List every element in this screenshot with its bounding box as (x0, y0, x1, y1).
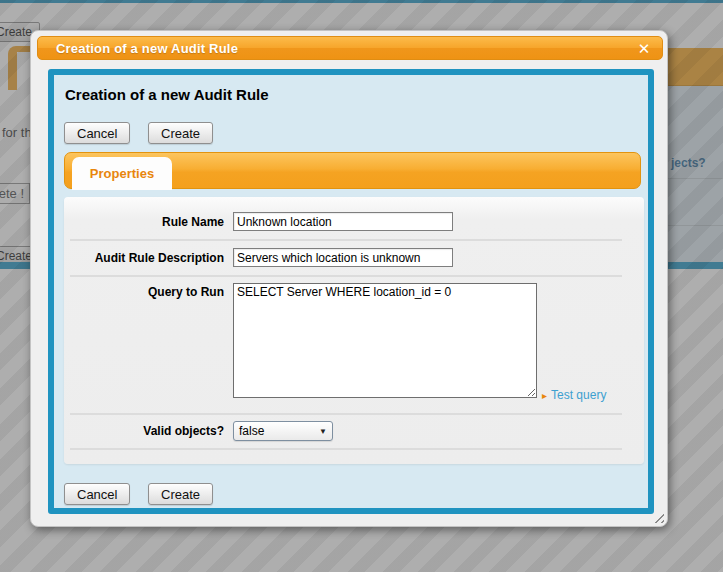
rule-name-label: Rule Name (64, 215, 224, 229)
cancel-button-bottom[interactable]: Cancel (64, 483, 130, 505)
field-separator (70, 275, 622, 277)
create-button-top[interactable]: Create (148, 122, 213, 144)
cancel-button-top[interactable]: Cancel (64, 122, 130, 144)
test-query-label: Test query (551, 388, 606, 402)
dialog-titlebar[interactable]: Creation of a new Audit Rule ✕ (37, 36, 663, 60)
create-button-bottom[interactable]: Create (148, 483, 213, 505)
valid-objects-select[interactable]: false ▼ (233, 421, 333, 441)
close-icon[interactable]: ✕ (634, 37, 654, 61)
tab-bar: Properties (64, 152, 641, 189)
valid-objects-value: false (239, 424, 264, 438)
dialog-content: Creation of a new Audit Rule Cancel Crea… (48, 69, 654, 514)
query-label: Query to Run (64, 285, 224, 299)
audit-rule-dialog: Creation of a new Audit Rule ✕ Creation … (30, 30, 668, 527)
field-separator (70, 239, 622, 241)
triangle-bullet-icon: ▸ (542, 390, 547, 401)
page-title: Creation of a new Audit Rule (65, 86, 269, 103)
rule-name-input[interactable] (233, 212, 453, 231)
properties-form-panel: Rule Name Audit Rule Description Query t… (64, 197, 644, 464)
description-input[interactable] (233, 248, 453, 267)
tab-properties[interactable]: Properties (72, 157, 172, 190)
field-separator (70, 413, 622, 415)
dialog-title: Creation of a new Audit Rule (38, 41, 238, 56)
description-label: Audit Rule Description (64, 251, 224, 265)
test-query-link[interactable]: ▸Test query (542, 388, 606, 402)
chevron-down-icon: ▼ (319, 427, 327, 436)
screen: Create for th ete ! Create jects? Creati… (0, 0, 723, 572)
query-textarea[interactable]: SELECT Server WHERE location_id = 0 (233, 283, 537, 398)
field-separator (70, 448, 622, 450)
valid-objects-label: Valid objects? (64, 424, 224, 438)
